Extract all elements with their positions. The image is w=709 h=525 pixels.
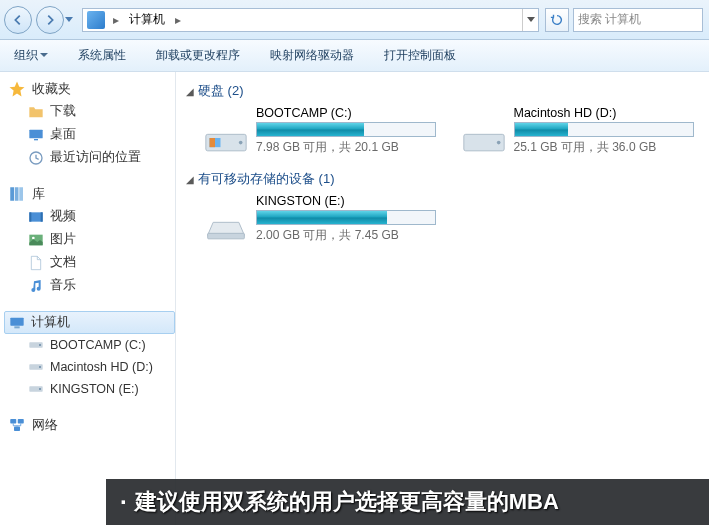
search-input[interactable]: 搜索 计算机 (573, 8, 703, 32)
computer-icon (87, 11, 105, 29)
svg-rect-3 (10, 187, 14, 201)
back-button[interactable] (4, 6, 32, 34)
refresh-icon (550, 13, 564, 27)
svg-rect-12 (14, 326, 19, 328)
svg-rect-7 (29, 212, 31, 221)
caption-text: 建议使用双系统的用户选择更高容量的MBA (135, 487, 559, 517)
svg-rect-11 (10, 317, 23, 325)
drive-status: 2.00 GB 可用，共 7.45 GB (256, 227, 454, 244)
drive-c[interactable]: BOOTCAMP (C:) 7.98 GB 可用，共 20.1 GB (204, 106, 442, 156)
content-pane: ◢ 硬盘 (2) BOOTCAMP (C:) 7.98 GB 可用，共 20.1… (176, 72, 709, 525)
svg-rect-4 (15, 187, 19, 201)
section-header-removable[interactable]: ◢ 有可移动存储的设备 (1) (186, 170, 699, 188)
history-dropdown[interactable] (62, 6, 76, 34)
sidebar-item-drive-c[interactable]: BOOTCAMP (C:) (4, 334, 175, 356)
drive-info: BOOTCAMP (C:) 7.98 GB 可用，共 20.1 GB (256, 106, 442, 156)
sidebar-group-favorites: 收藏夹 下载 桌面 最近访问的位置 (4, 78, 175, 169)
sidebar-item-videos[interactable]: 视频 (4, 205, 175, 228)
drive-d[interactable]: Macintosh HD (D:) 25.1 GB 可用，共 36.0 GB (462, 106, 700, 156)
drive-hdd-icon (204, 120, 248, 156)
sidebar-item-drive-d[interactable]: Macintosh HD (D:) (4, 356, 175, 378)
arrow-right-icon (43, 13, 57, 27)
forward-button[interactable] (36, 6, 64, 34)
drive-hdd-icon (462, 120, 506, 156)
svg-rect-19 (10, 419, 16, 424)
breadcrumb-computer[interactable]: 计算机 (123, 9, 171, 31)
drive-usage-bar (256, 210, 436, 225)
drive-removable-icon (204, 208, 248, 244)
svg-rect-21 (14, 427, 20, 432)
toolbar: 组织 系统属性 卸载或更改程序 映射网络驱动器 打开控制面板 (0, 40, 709, 72)
drive-name: KINGSTON (E:) (256, 194, 454, 208)
star-icon (8, 80, 26, 98)
sidebar-header-network[interactable]: 网络 (4, 414, 175, 436)
caption-overlay: · 建议使用双系统的用户选择更高容量的MBA (106, 479, 709, 525)
sidebar-item-music[interactable]: 音乐 (4, 274, 175, 297)
chevron-down-icon (40, 53, 48, 58)
desktop-icon (28, 127, 44, 143)
drive-bar-fill (257, 211, 387, 224)
address-bar[interactable]: ▸ 计算机 ▸ (82, 8, 539, 32)
sidebar-item-drive-e[interactable]: KINGSTON (E:) (4, 378, 175, 400)
drives-removable: KINGSTON (E:) 2.00 GB 可用，共 7.45 GB (204, 194, 699, 244)
main-area: 收藏夹 下载 桌面 最近访问的位置 库 视频 (0, 72, 709, 525)
folder-icon (28, 104, 44, 120)
chevron-down-icon (527, 17, 535, 23)
network-icon (8, 416, 26, 434)
video-icon (28, 209, 44, 225)
svg-rect-0 (29, 129, 42, 138)
toolbar-controlpanel[interactable]: 打开控制面板 (378, 43, 462, 68)
drive-info: KINGSTON (E:) 2.00 GB 可用，共 7.45 GB (256, 194, 454, 244)
sidebar-item-recent[interactable]: 最近访问的位置 (4, 146, 175, 169)
drive-e[interactable]: KINGSTON (E:) 2.00 GB 可用，共 7.45 GB (204, 194, 454, 244)
sidebar-item-desktop[interactable]: 桌面 (4, 123, 175, 146)
drive-status: 25.1 GB 可用，共 36.0 GB (514, 139, 700, 156)
breadcrumb-sep: ▸ (171, 13, 185, 27)
sidebar-header-favorites[interactable]: 收藏夹 (4, 78, 175, 100)
svg-point-25 (239, 141, 243, 145)
collapse-icon: ◢ (186, 174, 194, 185)
svg-rect-5 (19, 187, 23, 201)
sidebar: 收藏夹 下载 桌面 最近访问的位置 库 视频 (0, 72, 176, 525)
collapse-icon: ◢ (186, 86, 194, 97)
svg-rect-28 (208, 233, 245, 239)
drive-info: Macintosh HD (D:) 25.1 GB 可用，共 36.0 GB (514, 106, 700, 156)
drive-name: BOOTCAMP (C:) (256, 106, 442, 120)
recent-icon (28, 150, 44, 166)
svg-point-14 (39, 344, 41, 346)
section-header-hdd[interactable]: ◢ 硬盘 (2) (186, 82, 699, 100)
svg-rect-24 (210, 138, 216, 147)
svg-point-16 (39, 366, 41, 368)
drive-icon (28, 359, 44, 375)
drive-bar-fill (515, 123, 568, 136)
toolbar-uninstall[interactable]: 卸载或更改程序 (150, 43, 246, 68)
pictures-icon (28, 232, 44, 248)
drive-usage-bar (514, 122, 694, 137)
bullet-icon: · (120, 488, 127, 516)
drive-bar-fill (257, 123, 364, 136)
drive-icon (28, 381, 44, 397)
drive-icon (28, 337, 44, 353)
toolbar-organize[interactable]: 组织 (8, 43, 54, 68)
sidebar-item-pictures[interactable]: 图片 (4, 228, 175, 251)
sidebar-group-computer: 计算机 BOOTCAMP (C:) Macintosh HD (D:) KING… (4, 311, 175, 400)
sidebar-item-documents[interactable]: 文档 (4, 251, 175, 274)
toolbar-mapdrive[interactable]: 映射网络驱动器 (264, 43, 360, 68)
titlebar: ▸ 计算机 ▸ 搜索 计算机 (0, 0, 709, 40)
library-icon (8, 185, 26, 203)
music-icon (28, 278, 44, 294)
sidebar-header-libraries[interactable]: 库 (4, 183, 175, 205)
sidebar-group-libraries: 库 视频 图片 文档 音乐 (4, 183, 175, 297)
toolbar-sysprops[interactable]: 系统属性 (72, 43, 132, 68)
sidebar-item-downloads[interactable]: 下载 (4, 100, 175, 123)
drives-hdd: BOOTCAMP (C:) 7.98 GB 可用，共 20.1 GB Macin… (204, 106, 699, 156)
chevron-down-icon (65, 17, 73, 23)
drive-name: Macintosh HD (D:) (514, 106, 700, 120)
sidebar-group-network: 网络 (4, 414, 175, 436)
document-icon (28, 255, 44, 271)
svg-point-27 (496, 141, 500, 145)
sidebar-header-computer[interactable]: 计算机 (4, 311, 175, 334)
refresh-button[interactable] (545, 8, 569, 32)
address-dropdown[interactable] (522, 9, 538, 31)
svg-point-18 (39, 388, 41, 390)
